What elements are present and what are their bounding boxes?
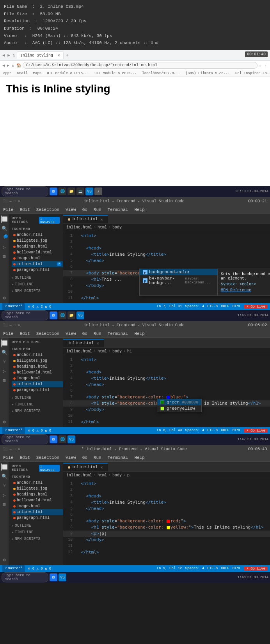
status-eol-3[interactable]: CRLF [221,566,229,570]
file-headings-2[interactable]: headings.html [12,364,63,370]
menu-go-3[interactable]: Go [81,455,89,461]
menu-go-1[interactable]: Go [81,207,89,213]
taskbar-icon-1[interactable]: 🌐 [59,188,66,195]
activity-search-2[interactable]: 🔍 [1,349,8,356]
timeline-section-2[interactable]: ▶TIMELINE [9,401,63,408]
activity-debug-2[interactable]: ▷ [1,368,8,375]
open-editors-section-3[interactable]: OPEN EDITORS 1 UNSAVED [9,462,63,473]
activity-debug-3[interactable]: ▷ [1,492,8,499]
file-image-2[interactable]: image.html [12,375,63,381]
taskbar-icon-3b[interactable]: VS [68,435,75,443]
taskbar-search-2[interactable]: Type here to search [2,310,48,320]
frontend-section-2[interactable]: FRONTEND [9,345,63,352]
windows-icon[interactable]: ⊞ [50,188,57,195]
activity-extensions-2[interactable]: ⊞ [1,377,8,384]
editor-tab-inline-1[interactable]: inline.html ✕ [63,215,108,223]
open-editors-section-2[interactable]: OPEN EDITORS [9,338,63,345]
activity-settings-2[interactable]: ⚙ [1,418,8,425]
activity-extensions-3[interactable]: ⊞ [1,501,8,508]
code-area-3[interactable]: 1 <html> 2 3 <head> 4 <title>Inline Styl… [63,479,270,565]
npm-scripts-section-1[interactable]: ▶NPM SCRIPTS [9,288,63,294]
menu-run-3[interactable]: Run [92,455,103,461]
activity-search-3[interactable]: 🔍 [1,473,8,480]
editor-tab-inline-2[interactable]: inline.html ✕ [63,339,104,347]
tab-close-1[interactable]: ✕ [101,217,103,222]
activity-explorer-2[interactable]: ⬜ [1,340,8,347]
menu-terminal-3[interactable]: Terminal [106,455,130,461]
activity-settings-1[interactable]: ⚙ [1,294,8,301]
file-helloworld-1[interactable]: helloworld.html [12,249,63,255]
file-anchor-1[interactable]: anchor.html [12,232,63,238]
file-billgates-2[interactable]: billgates.jpg [12,358,63,364]
file-billgates-3[interactable]: billgates.jpg [12,486,63,492]
status-encoding-2[interactable]: UTF-8 [207,428,218,432]
status-errors-2[interactable]: ⊗ 0 ⚠ 0 ▲ 0 [28,428,51,433]
timeline-section-1[interactable]: ▶TIMELINE [9,281,63,288]
activity-debug-1[interactable]: ▷ [1,244,8,251]
status-spaces-1[interactable]: Spaces: 4 [185,304,204,308]
menu-help-1[interactable]: Help [133,207,146,213]
editor-tab-inline-3[interactable]: inline.html ✕ [63,463,108,471]
npm-scripts-section-3[interactable]: ▶NPM SCRIPTS [9,536,63,542]
code-area-1[interactable]: 1 <html> 2 3 <head> 4 <title>Inline Styl… [63,231,270,303]
status-ln-col-1[interactable]: Ln 7, Col 31 [157,304,182,308]
file-image-3[interactable]: image.html [12,503,63,509]
menu-terminal-1[interactable]: Terminal [106,207,130,213]
menu-help-3[interactable]: Help [133,455,146,461]
status-language-1[interactable]: HTML [233,304,241,308]
menu-run-2[interactable]: Run [92,331,103,337]
status-encoding-3[interactable]: UTF-8 [207,566,218,570]
activity-git-3[interactable]: ⑂ [1,482,8,489]
url-bar[interactable]: C:/Users/K.Srinivas%20Reddy/Desktop/Fron… [23,62,258,69]
menu-file-2[interactable]: File [2,331,15,337]
menu-run-1[interactable]: Run [92,207,103,213]
menu-edit-2[interactable]: Edit [18,331,31,337]
taskbar-search-3[interactable]: Type here to search [2,434,48,444]
status-golive-2[interactable]: ⚡ Go Live [244,428,268,433]
taskbar-icon-5[interactable]: ⚡ [94,188,102,195]
git-branch-3[interactable]: ⑂ master* [2,565,25,572]
file-headings-3[interactable]: headings.html [12,492,63,497]
frontend-section-3[interactable]: FRONTEND [9,473,63,480]
taskbar-icon-2c[interactable]: VS [76,311,84,319]
timeline-section-3[interactable]: ▶TIMELINE [9,529,63,536]
npm-scripts-section-2[interactable]: ▶NPM SCRIPTS [9,408,63,414]
frontend-section-1[interactable]: FRONTEND [9,225,63,232]
menu-view-2[interactable]: View [64,331,77,337]
tab-close-3[interactable]: ✕ [101,465,103,470]
file-paragraph-1[interactable]: paragraph.html [12,267,63,273]
activity-search-1[interactable]: 🔍 [1,225,8,232]
outline-section-2[interactable]: ▶OUTLINE [9,395,63,401]
autocomplete-item-navbar[interactable]: p b4-navbar-backgr... navbar: backgroun.… [140,275,217,286]
autocomplete-popup-1[interactable]: p background-color p b4-navbar-backgr...… [139,269,270,296]
status-ln-col-2[interactable]: Ln 8, Col 43 [157,428,182,432]
menu-terminal-2[interactable]: Terminal [106,331,130,337]
status-ln-col-3[interactable]: Ln 9, Col 12 [157,566,182,570]
taskbar-icon-2b[interactable]: 📁 [68,311,75,319]
activity-explorer-1[interactable]: ⬜ [1,216,8,223]
status-errors-1[interactable]: ⊗ 0 ⚠ 2 ▲ 0 [28,304,51,309]
taskbar-search-1[interactable]: Type here to search [2,186,48,196]
menu-view-1[interactable]: View [64,207,77,213]
menu-edit-3[interactable]: Edit [18,455,31,461]
menu-file-1[interactable]: File [2,207,15,213]
windows-icon-2[interactable]: ⊞ [50,311,57,319]
file-inline-1[interactable]: inline.html2 [12,261,63,267]
git-branch-1[interactable]: ⑂ master* [2,303,25,310]
autocomplete-mdn-link[interactable]: MDN Reference [221,288,270,292]
menu-file-3[interactable]: File [2,455,15,461]
taskbar-icon-4[interactable]: VS [85,188,93,195]
status-encoding-1[interactable]: UTF-8 [207,304,218,308]
color-popup-2[interactable]: green #008000 greenyellow [157,399,202,412]
taskbar-icon-4a[interactable]: VS [59,573,66,581]
code-area-2[interactable]: 1 <html> 2 3 <head> 4 <title>Inline Styl… [63,355,270,427]
windows-icon-3[interactable]: ⊞ [50,435,57,443]
file-paragraph-3[interactable]: paragraph.html [12,515,63,521]
file-paragraph-2[interactable]: paragraph.html [12,387,63,393]
status-spaces-2[interactable]: Spaces: 4 [185,428,204,432]
open-editors-section-1[interactable]: OPEN EDITORS 1 UNSAVED [9,214,63,225]
taskbar-icon-3[interactable]: 💻 [76,188,84,195]
activity-extensions-1[interactable]: ⊞ [1,253,8,260]
color-item-green[interactable]: green #008000 [157,399,201,405]
tab-close-2[interactable]: ✕ [97,341,99,346]
